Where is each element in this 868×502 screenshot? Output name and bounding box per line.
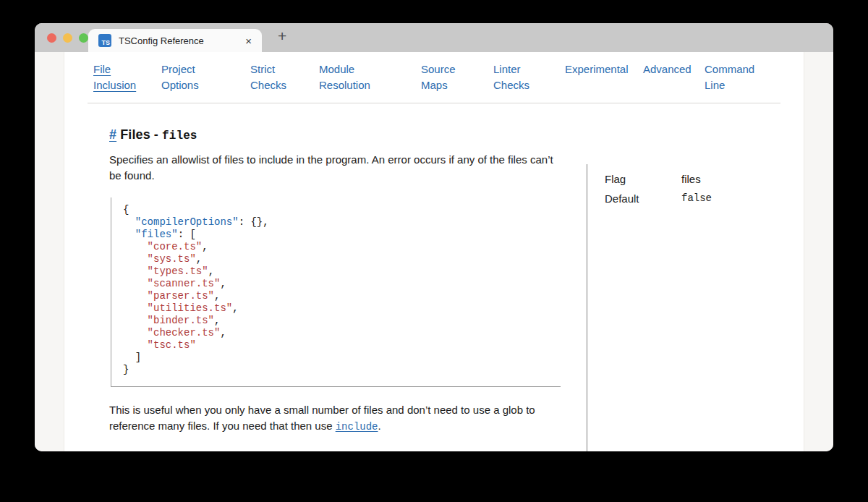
browser-tab[interactable]: TS TSConfig Reference × [88,29,262,52]
meta-label: Flag [605,169,681,189]
option-article: # Files - files Specifies an allowlist o… [64,127,565,435]
nav-item-source-maps[interactable]: SourceMaps [421,61,493,93]
nav-divider [88,103,780,103]
typescript-favicon-icon: TS [98,34,111,47]
heading-text: Files - [116,127,162,142]
tab-bar: TS TSConfig Reference × + [35,23,833,52]
heading-code: files [162,129,197,142]
json-code: { "compilerOptions": {}, "files": [ "cor… [123,204,561,376]
page-content: FileInclusionProjectOptionsStrictChecksM… [64,52,804,451]
include-link[interactable]: include [336,421,378,433]
nav-item-linter-checks[interactable]: LinterChecks [493,61,565,93]
intro-paragraph: Specifies an allowlist of files to inclu… [109,152,563,183]
option-meta-sidebar: FlagfilesDefaultfalse [587,164,804,451]
minimize-window-button[interactable] [63,33,72,43]
main-section: # Files - files Specifies an allowlist o… [64,127,804,451]
page-background: FileInclusionProjectOptionsStrictChecksM… [35,52,833,451]
nav-item-module-resolution[interactable]: ModuleResolution [319,61,421,93]
code-block: { "compilerOptions": {}, "files": [ "cor… [111,197,561,387]
nav-item-strict-checks[interactable]: StrictChecks [250,61,319,93]
tab-close-icon[interactable]: × [242,35,255,47]
outro-text-before: This is useful when you only have a smal… [109,404,535,432]
meta-row-flag: Flagfiles [605,169,804,189]
zoom-window-button[interactable] [79,33,88,43]
outro-text-after: . [378,420,381,432]
anchor-link[interactable]: # [109,127,116,142]
page-title: # Files - files [109,127,565,142]
nav-item-file-inclusion[interactable]: FileInclusion [93,61,161,93]
top-nav: FileInclusionProjectOptionsStrictChecksM… [64,52,804,93]
meta-value: false [681,189,712,208]
meta-row-default: Defaultfalse [605,189,804,208]
traffic-lights [47,33,88,43]
nav-item-project-options[interactable]: ProjectOptions [161,61,250,93]
browser-window: TS TSConfig Reference × + FileInclusionP… [35,23,833,451]
nav-item-command-line[interactable]: CommandLine [705,61,754,93]
close-window-button[interactable] [47,33,56,43]
meta-value: files [681,169,701,189]
outro-paragraph: This is useful when you only have a smal… [109,402,563,435]
nav-item-experimental[interactable]: Experimental [565,61,643,93]
nav-item-advanced[interactable]: Advanced [643,61,705,93]
tab-title: TSConfig Reference [119,35,242,46]
new-tab-button[interactable]: + [273,27,291,45]
meta-label: Default [605,189,681,208]
